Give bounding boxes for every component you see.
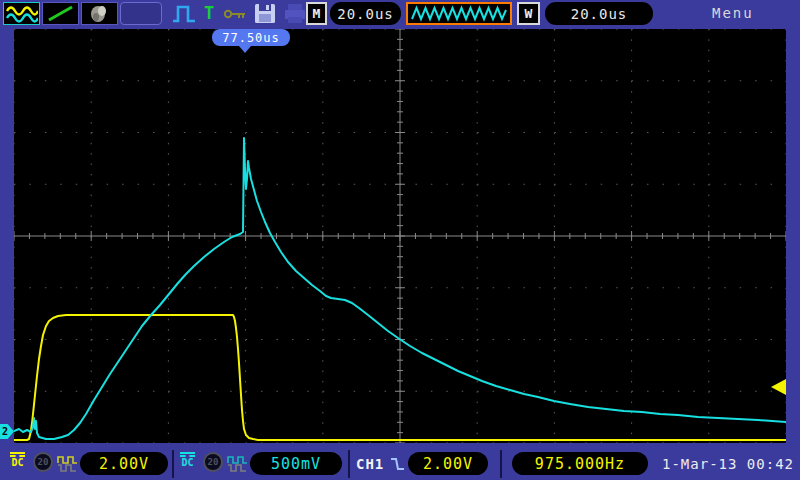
trigger-position-tag[interactable]: 77.50us [212,29,290,46]
save-icon [252,2,278,25]
trigger-level-marker-icon[interactable] [771,379,786,395]
empty-slot [120,2,162,25]
trigger-level-readout[interactable]: 2.00V [408,452,488,475]
waveform-plot [14,29,786,443]
ch2-coupling-label: DC [181,458,193,468]
separator [500,450,502,478]
dc-solid-line [180,452,195,454]
frequency-counter-readout: 975.000Hz [512,452,648,475]
ch2-ground-marker[interactable]: 2 [0,424,14,439]
menu-button[interactable]: Menu [712,2,754,25]
print-icon [282,2,308,25]
main-timebase-badge: M [306,2,327,25]
zoom-window-waveform-icon [406,2,512,25]
window-timebase-value: 20.0us [545,2,653,25]
separator [172,450,174,478]
dc-solid-line [10,452,25,454]
channel-waves-icon [3,2,40,25]
ch2-coupling-icon[interactable]: DC [180,452,195,476]
hand-icon [81,2,118,25]
trigger-position-pointer-icon [239,46,251,53]
ch2-probe-icon [227,452,248,476]
ch2-scale-readout[interactable]: 500mV [250,452,342,475]
datetime-label: 1-Mar-13 00:42 [662,452,794,476]
trigger-source-label: CH1 [356,452,384,476]
ch2-bandwidth-badge: 20 [203,452,223,472]
display-area: 77.50us 2 [0,28,800,448]
key-icon [222,2,248,25]
trigger-t-icon: T [202,2,216,25]
trigger-slope-falling-icon [390,452,406,476]
ch1-coupling-label: DC [11,458,23,468]
ch1-coupling-icon[interactable]: DC [10,452,25,476]
oscilloscope-ui: { "toolbar": { "m_label": "M", "m_timeba… [0,0,800,480]
toolbar: T M 20.0us W 20.0us Menu [0,0,800,28]
main-timebase-value: 20.0us [330,2,401,25]
separator [348,450,350,478]
ch1-scale-readout[interactable]: 2.00V [80,452,168,475]
trigger-position-value: 77.50us [222,31,280,45]
ch1-bandwidth-badge: 20 [33,452,53,472]
window-timebase-badge: W [517,2,540,25]
line-icon [42,2,79,25]
graticule [14,29,786,443]
status-bar: DC 20 2.00V DC 20 500mV CH1 2.00V 975.00… [0,448,800,480]
pulse-icon [170,2,198,25]
ch1-probe-icon [57,452,78,476]
